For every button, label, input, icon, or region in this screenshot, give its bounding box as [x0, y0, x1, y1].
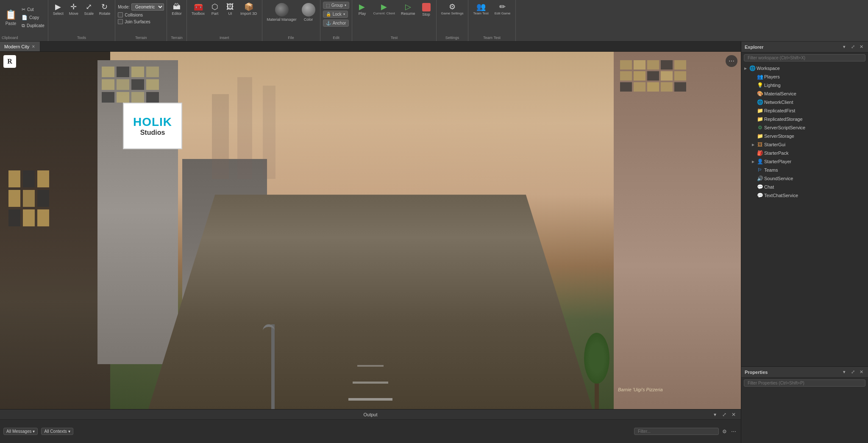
tree-expand-arrow[interactable]: ▶ — [751, 159, 756, 164]
select-button[interactable]: ▶ Select — [51, 2, 66, 17]
output-filter-input[interactable] — [634, 428, 719, 435]
toolbox-button[interactable]: 🧰 Toolbox — [189, 2, 207, 17]
explorer-title: Explorer — [745, 45, 764, 50]
current-client-button[interactable]: ▶ Current: Client — [371, 2, 397, 17]
edit-sect-label: Edit — [333, 36, 339, 40]
game-settings-icon: ⚙ — [449, 3, 456, 11]
viewport-area: Modern City × — [0, 42, 741, 443]
anchor-icon: ⚓ — [326, 21, 331, 25]
output-close-button[interactable]: ✕ — [730, 411, 737, 418]
play-label: Play — [359, 11, 366, 16]
part-button[interactable]: ⬡ Part — [208, 2, 222, 17]
duplicate-button[interactable]: ⧉ Duplicate — [20, 22, 46, 29]
output-more-button[interactable]: ⋯ — [730, 428, 737, 435]
tree-label-soundservice: SoundService — [764, 176, 793, 181]
tree-item-teams[interactable]: 🏳Teams — [741, 166, 868, 174]
viewport[interactable]: HOLIK Studios — [0, 52, 741, 409]
material-manager-button[interactable]: Material Manager — [265, 2, 299, 23]
select-icon: ▶ — [55, 3, 61, 11]
play-button[interactable]: ▶ Play — [355, 2, 369, 17]
edit-game-button[interactable]: ✏ Edit Game — [492, 2, 513, 17]
team-test-button[interactable]: 👥 Team Test — [471, 2, 490, 17]
tree-item-startergui[interactable]: ▶🖼StarterGui — [741, 140, 868, 149]
output-minimize-button[interactable]: ▾ — [711, 411, 719, 418]
join-surfaces-checkbox[interactable]: Join Surfaces — [118, 19, 150, 24]
color-button[interactable]: Color — [300, 2, 317, 23]
tree-expand-arrow[interactable]: ▶ — [751, 142, 756, 147]
tab-close-button[interactable]: × — [31, 44, 36, 50]
rotate-button[interactable]: ↻ Rotate — [97, 2, 113, 17]
paste-label: Paste — [6, 21, 17, 26]
all-contexts-dropdown[interactable]: All Contexts ▾ — [41, 428, 73, 435]
stop-button[interactable]: Stop — [419, 2, 434, 18]
edit-section: ⬚ Group ▾ 🔒 Lock ▾ ⚓ Anchor Edit — [320, 0, 353, 41]
copy-button[interactable]: 📄 Copy — [20, 14, 46, 21]
game-settings-label: Game Settings — [441, 11, 464, 15]
editor-button[interactable]: 🏔 Editor — [170, 2, 184, 17]
messages-chevron-icon: ▾ — [33, 429, 35, 434]
toolbar: Clipboard 📋 Paste ✂ Cut 📄 Copy ⧉ Duplica… — [0, 0, 868, 42]
more-menu-icon: ⋯ — [729, 58, 734, 64]
paste-button[interactable]: 📋 Paste — [2, 8, 20, 28]
editor-label: Editor — [172, 11, 182, 16]
tree-item-workspace[interactable]: ▶🌐Workspace — [741, 64, 868, 72]
output-expand-button[interactable]: ⤢ — [721, 411, 728, 418]
tree-item-materialservice[interactable]: 🎨MaterialService — [741, 89, 868, 98]
test-sect-label: Test — [391, 36, 398, 40]
explorer-filter-input[interactable] — [744, 54, 865, 61]
roblox-r: R — [7, 58, 12, 65]
explorer-header-icons: ▾ ⤢ ✕ — [841, 44, 865, 50]
roblox-logo[interactable]: R — [3, 55, 16, 68]
duplicate-label: Duplicate — [27, 23, 45, 28]
anchor-button[interactable]: ⚓ Anchor — [323, 20, 349, 27]
tree-item-chat[interactable]: 💬Chat — [741, 183, 868, 191]
team-test-label: Team Test — [473, 11, 488, 15]
tree-item-starterpack[interactable]: 🎒StarterPack — [741, 149, 868, 157]
tree-item-replicatedstorage[interactable]: 📁ReplicatedStorage — [741, 115, 868, 123]
resume-button[interactable]: ▷ Resume — [399, 2, 417, 17]
explorer-expand-button[interactable]: ⤢ — [849, 44, 856, 50]
lock-label: Lock — [333, 12, 342, 17]
tree-label-workspace: Workspace — [757, 66, 780, 71]
file-section: Material Manager Color File — [262, 0, 320, 41]
all-messages-dropdown[interactable]: All Messages ▾ — [3, 428, 38, 435]
cut-button[interactable]: ✂ Cut — [20, 6, 46, 13]
more-menu-button[interactable]: ⋯ — [726, 55, 737, 67]
tree-item-soundservice[interactable]: 🔊SoundService — [741, 174, 868, 183]
tree-icon-players: 👥 — [757, 73, 763, 80]
properties-filter-input[interactable] — [744, 379, 865, 387]
tree-item-networkclient[interactable]: 🌐NetworkClient — [741, 98, 868, 106]
tree-item-serverstorage[interactable]: 📁ServerStorage — [741, 132, 868, 140]
properties-close-button[interactable]: ✕ — [858, 369, 865, 376]
properties-title: Properties — [745, 370, 768, 375]
clipboard-label: Clipboard — [2, 36, 18, 40]
game-settings-button[interactable]: ⚙ Game Settings — [439, 2, 466, 17]
paste-icon: 📋 — [5, 9, 17, 20]
lock-button[interactable]: 🔒 Lock ▾ — [323, 11, 348, 18]
tree-label-chat: Chat — [764, 184, 774, 189]
tree-expand-placeholder — [751, 108, 756, 113]
explorer-close-button[interactable]: ✕ — [858, 44, 865, 50]
tree-item-players[interactable]: 👥Players — [741, 72, 868, 81]
output-panel: Output ▾ ⤢ ✕ All Messages ▾ All Contexts… — [0, 409, 741, 443]
mode-select[interactable]: Geometric Global Local — [131, 3, 164, 11]
explorer-minimize-button[interactable]: ▾ — [841, 44, 848, 50]
properties-expand-button[interactable]: ⤢ — [849, 369, 856, 376]
tree-item-replicatedfirst[interactable]: 📁ReplicatedFirst — [741, 106, 868, 115]
tree-icon-soundservice: 🔊 — [757, 175, 763, 182]
scale-button[interactable]: ⤢ Scale — [82, 2, 96, 17]
tree-expand-arrow[interactable]: ▶ — [743, 66, 748, 71]
collisions-checkbox[interactable]: Collisions — [118, 12, 143, 17]
output-filter-settings-button[interactable]: ⚙ — [721, 428, 728, 435]
tree-item-lighting[interactable]: 💡Lighting — [741, 81, 868, 89]
properties-minimize-button[interactable]: ▾ — [841, 369, 848, 376]
ui-button[interactable]: 🖼 UI — [223, 2, 237, 17]
tree-label-lighting: Lighting — [764, 83, 781, 88]
group-button[interactable]: ⬚ Group ▾ — [323, 2, 350, 9]
tree-item-textchatservice[interactable]: 💬TextChatService — [741, 191, 868, 200]
tree-item-starterplayer[interactable]: ▶👤StarterPlayer — [741, 157, 868, 166]
move-button[interactable]: ✛ Move — [67, 2, 81, 17]
import3d-button[interactable]: 📦 Import 3D — [238, 2, 259, 17]
tree-item-serverscriptservice[interactable]: ⚙ServerScriptService — [741, 123, 868, 132]
modern-city-tab[interactable]: Modern City × — [0, 42, 40, 51]
